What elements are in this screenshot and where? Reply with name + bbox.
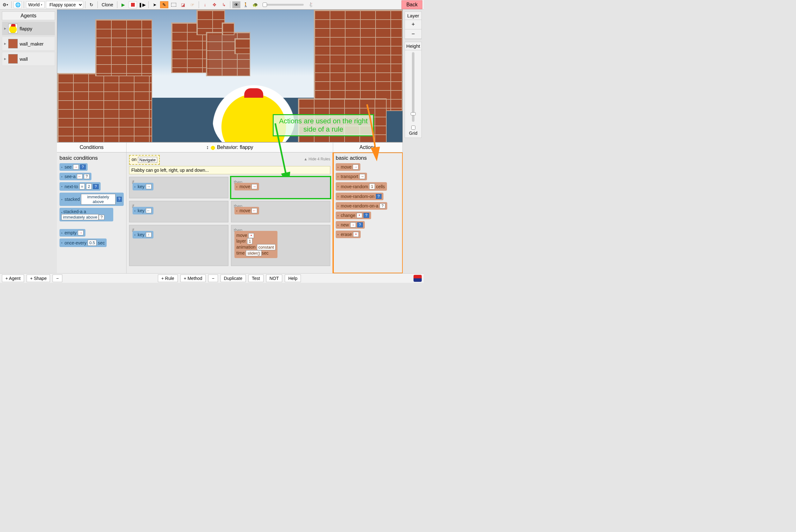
resize-vert-icon[interactable]: ↕ — [206, 145, 209, 150]
direction-icon[interactable]: → — [73, 165, 79, 170]
act-block-move[interactable]: ▸move→ — [336, 163, 360, 171]
direction-icon[interactable]: ← — [77, 174, 82, 179]
picker-icon[interactable]: ? — [117, 197, 122, 202]
arrow-up-red-icon[interactable]: ↳ — [220, 1, 228, 8]
direction-icon[interactable]: • — [248, 233, 254, 238]
cond-block-see-a[interactable]: ▸see-a←? — [59, 173, 91, 180]
param-input[interactable]: 2 — [86, 184, 91, 189]
expand-icon[interactable]: ▶ — [4, 42, 6, 45]
cond-block-key[interactable]: ▸key↑ — [133, 231, 153, 239]
picker-icon[interactable]: ? — [376, 194, 382, 199]
action-group[interactable]: move •layer 1animation constanttime slid… — [234, 231, 278, 258]
cond-block-see[interactable]: ▸see→? — [59, 163, 88, 171]
rule-if-cell[interactable]: ▸key← — [129, 201, 228, 222]
not-button[interactable]: NOT — [266, 274, 283, 282]
agent-picker-icon[interactable]: ? — [99, 215, 105, 220]
add-method-button[interactable]: + Method — [180, 274, 206, 282]
layer-plus-button[interactable]: + — [405, 20, 421, 30]
remove-agent-button[interactable]: − — [53, 274, 62, 282]
cond-block-key[interactable]: ▸key← — [133, 207, 153, 214]
camera-icon[interactable]: 👁 — [232, 1, 241, 8]
cond-block-once-every[interactable]: ▸once-every0.5sec — [59, 239, 107, 247]
cond-block-stacked-a-a[interactable]: ▸stacked-a aimmediately above? — [59, 208, 113, 222]
param-input[interactable]: 0.5 — [88, 240, 96, 246]
rule-then-cell[interactable]: ▸move→ — [231, 177, 330, 198]
turtle-icon[interactable]: 🐢 — [251, 1, 260, 8]
direction-icon[interactable]: ← — [251, 208, 257, 213]
param-input[interactable]: immediately above — [61, 214, 99, 220]
back-button[interactable]: Back — [401, 0, 422, 9]
agent-picker-icon[interactable]: ? — [380, 203, 385, 208]
direction-icon[interactable]: → — [146, 184, 152, 189]
rule-then-cell[interactable]: move •layer 1animation constanttime slid… — [231, 225, 330, 266]
act-block-change[interactable]: ▸change•? — [336, 212, 371, 219]
globe-icon[interactable]: 🌐 — [14, 1, 22, 8]
world-menu[interactable]: World — [26, 1, 44, 8]
param-input[interactable]: immediately above — [81, 194, 115, 205]
test-button[interactable]: Test — [248, 274, 264, 282]
hide-rules-toggle[interactable]: ▲ Hide 4 Rules — [304, 155, 330, 161]
cond-block-stacked[interactable]: ▸stackedimmediately above? — [59, 193, 124, 206]
rule-if-cell[interactable]: ▸key↑ — [129, 225, 228, 266]
clone-button[interactable]: Clone — [100, 2, 115, 8]
act-block-move-random-on-a[interactable]: ▸move-random-on-a? — [336, 202, 387, 210]
direction-icon[interactable]: ↑ — [146, 232, 152, 237]
rule-then-cell[interactable]: ▸move← — [231, 201, 330, 222]
add-rule-button[interactable]: + Rule — [158, 274, 178, 282]
duplicate-button[interactable]: Duplicate — [221, 274, 246, 282]
param-input[interactable]: 1 — [247, 238, 252, 244]
help-button[interactable]: Help — [285, 274, 301, 282]
act-block-move[interactable]: ▸move→ — [234, 183, 259, 190]
act-block-move-random-on[interactable]: ▸move-random-on? — [336, 193, 383, 200]
pointer-icon[interactable]: ➤ — [151, 1, 159, 8]
person-icon[interactable]: 🚶 — [242, 1, 250, 8]
on-navigate-block[interactable]: on Navigate — [129, 155, 160, 165]
add-agent-button[interactable]: + Agent — [2, 274, 24, 282]
play-icon[interactable]: ▶ — [119, 1, 128, 8]
act-block-new[interactable]: ▸new→? — [336, 221, 365, 229]
agent-picker-icon[interactable]: ? — [84, 174, 90, 179]
remove-rule-button[interactable]: − — [208, 274, 218, 282]
param-input[interactable]: constant — [257, 244, 276, 250]
grid-checkbox[interactable]: Grid — [405, 124, 421, 138]
cond-block-key[interactable]: ▸key→ — [133, 183, 153, 190]
picker-icon[interactable]: ? — [80, 165, 86, 170]
act-block-erase[interactable]: ▸erase• — [336, 231, 361, 238]
direction-icon[interactable]: • — [357, 213, 362, 218]
act-block-move-random[interactable]: ▸move-random1cells — [336, 182, 387, 191]
step-icon[interactable]: ❚▶ — [138, 1, 147, 8]
picker-icon[interactable]: ? — [363, 213, 369, 218]
picker-icon[interactable]: ? — [93, 184, 99, 189]
gear-icon[interactable]: ⚙▾ — [1, 1, 10, 8]
direction-icon[interactable]: • — [353, 232, 359, 237]
agent-item-flappy[interactable]: ▶flappy — [2, 21, 55, 35]
rule-if-cell[interactable]: ▸key→ — [129, 177, 228, 198]
direction-icon[interactable]: → — [353, 165, 358, 170]
project-select[interactable]: Flappy space — [46, 1, 83, 8]
rabbit-icon[interactable]: 🐇 — [307, 1, 315, 8]
direction-icon[interactable]: → — [78, 230, 83, 235]
agent-item-wall[interactable]: ▶wall — [2, 52, 55, 66]
act-block-move[interactable]: ▸move← — [234, 207, 259, 214]
direction-icon[interactable]: → — [251, 184, 257, 189]
cond-block-next-to[interactable]: ▸next-to=2? — [59, 182, 101, 191]
select-rect-icon[interactable] — [170, 1, 178, 8]
speed-slider[interactable] — [263, 4, 304, 6]
refresh-icon[interactable]: ↻ — [87, 1, 96, 8]
picker-icon[interactable]: ? — [357, 222, 363, 227]
expand-icon[interactable]: ▶ — [4, 27, 6, 30]
direction-icon[interactable]: ← — [146, 208, 152, 213]
param-input[interactable]: slider() — [246, 250, 262, 256]
direction-icon[interactable]: → — [359, 174, 365, 179]
behavior-description[interactable]: Flabby can go left, right, up and down..… — [129, 166, 330, 174]
world-viewport[interactable]: Actions are used on the right side of a … — [57, 10, 403, 142]
cond-block-empty[interactable]: ▸empty→ — [59, 229, 86, 236]
agent-item-wall_maker[interactable]: ▶wall_maker — [2, 37, 55, 51]
move-cross-icon[interactable]: ✥ — [210, 1, 219, 8]
expand-icon[interactable]: ▶ — [4, 57, 6, 60]
arrow-down-red-icon[interactable]: ↓ — [201, 1, 209, 8]
height-slider[interactable] — [412, 52, 414, 122]
stop-icon[interactable] — [129, 1, 137, 8]
param-input[interactable]: = — [79, 184, 85, 189]
add-shape-button[interactable]: + Shape — [26, 274, 50, 282]
